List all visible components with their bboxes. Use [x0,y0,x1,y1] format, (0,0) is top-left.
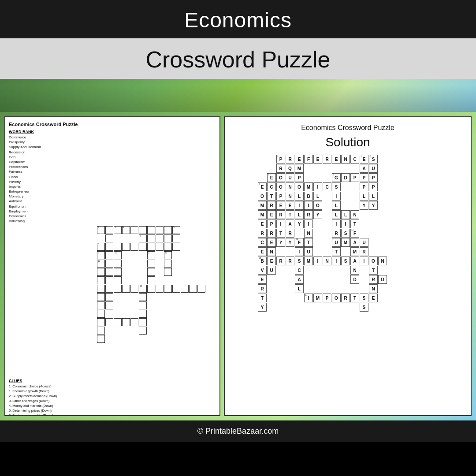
puzzle-cell [105,301,113,309]
solution-cell: P [360,173,368,182]
puzzle-cell [97,268,105,276]
solution-cell: U [304,247,313,256]
solution-cell: S [295,257,304,265]
puzzle-cell [156,226,164,234]
puzzle-cell: 10 [114,251,122,259]
puzzle-cell: 11 [147,251,155,259]
solution-cell: N [323,257,331,265]
solution-cell: M [295,164,304,173]
puzzle-cell [105,234,113,242]
solution-cell: R [323,155,331,164]
solution-cell: M [313,294,322,302]
solution-cell: T [267,192,276,201]
solution-cell: I [360,257,368,265]
puzzle-cell: 1 [97,226,105,234]
main-content: Economics Crossword Puzzle WORD BANK Com… [0,112,476,420]
word-bank-item: Entrepreneur [9,189,216,194]
solution-cell: N [369,284,378,293]
clue-item: 1. Consumer choice (Across) [9,384,216,389]
solution-cell: E [332,155,341,164]
solution-cell: P [369,173,378,182]
solution-cell: S [360,294,368,302]
puzzle-cell [122,243,130,251]
solution-cell: T [276,229,285,238]
solution-cell: R [267,229,276,238]
solution-cell: M [304,257,313,265]
clues-list: 1. Consumer choice (Across)1. Economic g… [9,384,216,416]
subtitle-bar: Crossword Puzzle [0,38,476,79]
word-bank-item: Recession [9,150,216,155]
solution-cell: Y [360,201,368,210]
solution-cell: R [258,284,267,293]
solution-cell: N [304,229,313,238]
solution-cell: R [267,201,276,210]
puzzle-cell [130,285,138,293]
solution-cell: R [286,229,294,238]
puzzle-cell [97,318,105,326]
solution-cell: R [286,155,294,164]
solution-cell: T [258,294,267,302]
page-title: Economics [0,8,476,32]
solution-cell: U [360,238,368,247]
clues-section: CLUES 1. Consumer choice (Across)1. Econ… [9,379,216,416]
solution-cell: T [332,247,341,256]
solution-cell: N [341,155,350,164]
puzzle-cell [130,243,138,251]
puzzle-cell [97,301,105,309]
puzzle-cell [189,285,197,293]
clue-item: 1. Economic growth (Down) [9,389,216,394]
puzzle-cell [105,285,113,293]
solution-cell: P [323,294,331,302]
solution-cell: P [369,182,378,191]
solution-cell: O [258,192,267,201]
solution-cell: P [350,173,359,182]
solution-cell: T [286,210,294,219]
word-bank-item: Preferences [9,164,216,169]
solution-cell: I [313,182,322,191]
solution-cell: E [295,155,304,164]
left-panel-title: Economics Crossword Puzzle [9,122,216,127]
word-bank-item: Imports [9,184,216,189]
solution-cell: A [350,238,359,247]
solution-cell: Y [295,219,304,228]
solution-cell: R [369,275,378,284]
puzzle-cell [114,260,122,268]
puzzle-cell [105,268,113,276]
solution-cell: P [267,219,276,228]
word-bank-item: Monetary [9,194,216,199]
puzzle-cell [105,318,113,326]
word-bank-item: Borrowing [9,219,216,223]
puzzle-cell [114,268,122,276]
solution-cell: T [304,238,313,247]
solution-cell: L [295,192,304,201]
puzzle-cell [97,310,105,318]
solution-cell: M [341,238,350,247]
solution-cell: R [304,210,313,219]
solution-cell: O [276,182,285,191]
solution-cell: A [350,257,359,265]
puzzle-cell [97,293,105,301]
solution-cell: Y [313,210,322,219]
clue-item: 3. Labor and wages (Down) [9,399,216,404]
puzzle-cell [139,327,147,335]
solution-cell: I [276,219,285,228]
word-bank-item: Poverty [9,179,216,184]
solution-cell: E [276,201,285,210]
solution-cell: 7G [332,173,341,182]
solution-cell: E [258,275,267,284]
puzzle-cell [147,285,155,293]
solution-cell: N [267,247,276,256]
solution-cell: P [295,173,304,182]
clues-label: CLUES [9,379,216,383]
solution-cell: I [313,257,322,265]
solution-cell: U [332,238,341,247]
puzzle-cell [147,260,155,268]
word-bank-item: Fiscal [9,175,216,179]
solution-cell: C [350,155,359,164]
puzzle-cell: 12 [164,251,172,259]
solution-cell: U [267,266,276,275]
solution-cell: P [276,192,285,201]
footer-bar: © PrintableBazaar.com [0,420,476,442]
solution-cell: C [323,182,331,191]
puzzle-grid: 123457891310111216 [97,226,216,376]
